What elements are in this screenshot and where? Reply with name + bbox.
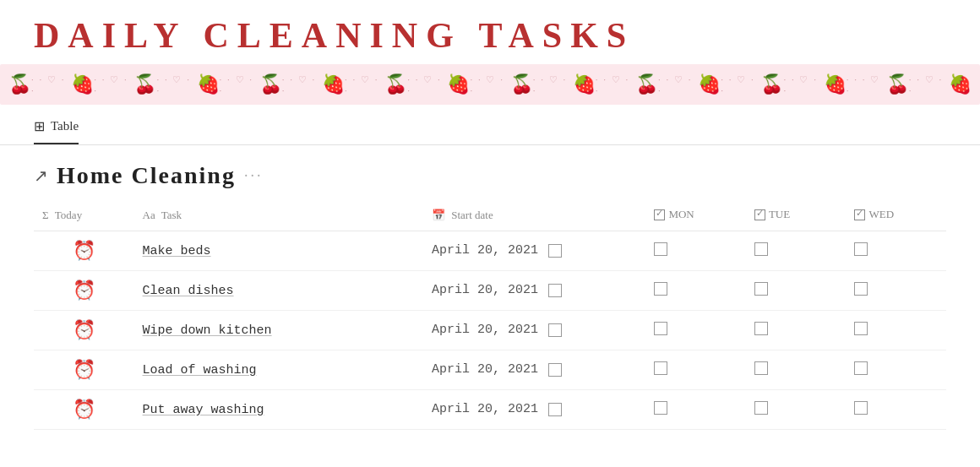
table-header-row: Σ Today Aa Task 📅 Start date MO — [34, 203, 946, 231]
alarm-icon: ⏰ — [42, 240, 126, 262]
col-header-mon: MON — [645, 203, 746, 231]
arrow-icon: ↗ — [34, 166, 48, 186]
date-checkbox[interactable] — [548, 363, 562, 377]
task-cell[interactable]: Clean dishes — [134, 270, 423, 310]
table-row: ⏰Wipe down kitchenApril 20, 2021 — [34, 310, 946, 350]
task-cell[interactable]: Put away washing — [134, 389, 423, 429]
tab-table[interactable]: ⊞ Table — [34, 118, 79, 144]
col-header-wed: WED — [846, 203, 946, 231]
date-checkbox[interactable] — [548, 323, 562, 337]
wed-cell — [846, 389, 946, 429]
tab-table-label: Table — [51, 119, 79, 133]
calendar-icon: 📅 — [432, 209, 445, 221]
wed-checkbox[interactable] — [854, 361, 868, 375]
tue-cell — [746, 350, 847, 389]
today-icon-cell: ⏰ — [34, 270, 134, 310]
col-header-today: Σ Today — [34, 203, 134, 231]
date-text: April 20, 2021 — [432, 243, 538, 258]
alarm-icon: ⏰ — [42, 399, 126, 421]
table-row: ⏰Put away washingApril 20, 2021 — [34, 389, 946, 429]
alarm-icon: ⏰ — [42, 280, 126, 301]
date-checkbox[interactable] — [548, 244, 562, 258]
content-area: ↗ Home Cleaning ··· Σ Today Aa Task 📅 — [0, 145, 980, 447]
wed-checkbox[interactable] — [854, 282, 868, 296]
today-icon-cell: ⏰ — [34, 389, 134, 429]
table-row: ⏰Make bedsApril 20, 2021 — [34, 231, 946, 270]
mon-checkbox[interactable] — [654, 242, 667, 256]
tab-bar: ⊞ Table — [0, 105, 980, 145]
tue-check-icon — [754, 209, 765, 220]
date-cell: April 20, 2021 — [423, 310, 645, 350]
task-cell[interactable]: Wipe down kitchen — [134, 310, 423, 350]
banner-strawberry-5: 🍓 — [573, 73, 596, 95]
banner-strawberry-6: 🍓 — [698, 73, 721, 95]
date-checkbox[interactable] — [548, 284, 562, 297]
today-icon-cell: ⏰ — [34, 310, 134, 350]
more-options-icon[interactable]: ··· — [244, 167, 264, 185]
date-text: April 20, 2021 — [432, 323, 538, 337]
task-text: Put away washing — [143, 403, 264, 417]
banner-cherry-8: 🍒 — [886, 73, 909, 95]
date-text: April 20, 2021 — [432, 402, 538, 416]
task-text: Make beds — [143, 244, 211, 258]
banner-cherry-4: 🍒 — [384, 73, 407, 95]
tue-checkbox[interactable] — [754, 282, 768, 296]
tue-cell — [746, 310, 847, 350]
mon-cell — [645, 389, 746, 429]
banner-strawberry-7: 🍓 — [824, 73, 847, 95]
page: DAILY CLEANING TASKS 🍒 · · ♡ · · 🍓 · · ♡… — [0, 0, 980, 467]
date-text: April 20, 2021 — [432, 283, 538, 297]
banner-cherry-7: 🍒 — [760, 73, 783, 95]
date-cell: April 20, 2021 — [423, 231, 645, 270]
wed-cell — [846, 270, 946, 310]
decorative-banner: 🍒 · · ♡ · · 🍓 · · ♡ · · 🍒 · · ♡ · · 🍓 · … — [0, 64, 980, 105]
tue-checkbox[interactable] — [754, 322, 768, 335]
col-header-tue: TUE — [746, 203, 847, 231]
banner-strawberry-1: 🍓 — [71, 73, 94, 95]
banner-cherry-6: 🍒 — [635, 73, 658, 95]
task-text: Clean dishes — [143, 284, 234, 298]
task-cell[interactable]: Load of washing — [134, 350, 423, 389]
mon-cell — [645, 350, 746, 389]
banner-strawberry-8: 🍓 — [949, 73, 972, 95]
date-checkbox[interactable] — [548, 403, 562, 416]
date-text: April 20, 2021 — [432, 362, 538, 377]
mon-cell — [645, 270, 746, 310]
banner-cherry-3: 🍒 — [259, 73, 282, 95]
task-cell[interactable]: Make beds — [134, 231, 423, 270]
banner-cherry-5: 🍒 — [510, 73, 533, 95]
wed-cell — [846, 231, 946, 270]
table-row: ⏰Load of washingApril 20, 2021 — [34, 350, 946, 389]
tue-checkbox[interactable] — [754, 401, 768, 415]
tasks-table: Σ Today Aa Task 📅 Start date MO — [34, 203, 946, 430]
banner-strawberry-4: 🍓 — [447, 73, 470, 95]
wed-check-icon — [854, 209, 865, 220]
aa-icon: Aa — [143, 209, 155, 221]
sigma-icon: Σ — [42, 209, 49, 221]
tue-checkbox[interactable] — [754, 361, 768, 375]
tue-cell — [746, 389, 847, 429]
tue-checkbox[interactable] — [754, 242, 768, 256]
mon-checkbox[interactable] — [654, 282, 667, 296]
mon-check-icon — [654, 209, 665, 220]
banner-cherry-2: 🍒 — [133, 73, 156, 95]
wed-checkbox[interactable] — [854, 322, 868, 335]
mon-checkbox[interactable] — [654, 401, 667, 415]
mon-checkbox[interactable] — [654, 361, 667, 375]
date-cell: April 20, 2021 — [423, 350, 645, 389]
wed-checkbox[interactable] — [854, 401, 868, 415]
date-cell: April 20, 2021 — [423, 270, 645, 310]
wed-checkbox[interactable] — [854, 242, 868, 256]
page-title-row: ↗ Home Cleaning ··· — [34, 162, 946, 189]
banner-strawberry-2: 🍓 — [197, 73, 220, 95]
col-header-startdate: 📅 Start date — [423, 203, 645, 231]
mon-checkbox[interactable] — [654, 322, 667, 335]
task-text: Load of washing — [143, 363, 257, 377]
table-row: ⏰Clean dishesApril 20, 2021 — [34, 270, 946, 310]
task-text: Wipe down kitchen — [143, 323, 272, 338]
wed-cell — [846, 350, 946, 389]
tue-cell — [746, 231, 847, 270]
tue-cell — [746, 270, 847, 310]
mon-cell — [645, 231, 746, 270]
banner-cherry-1: 🍒 — [8, 73, 31, 95]
